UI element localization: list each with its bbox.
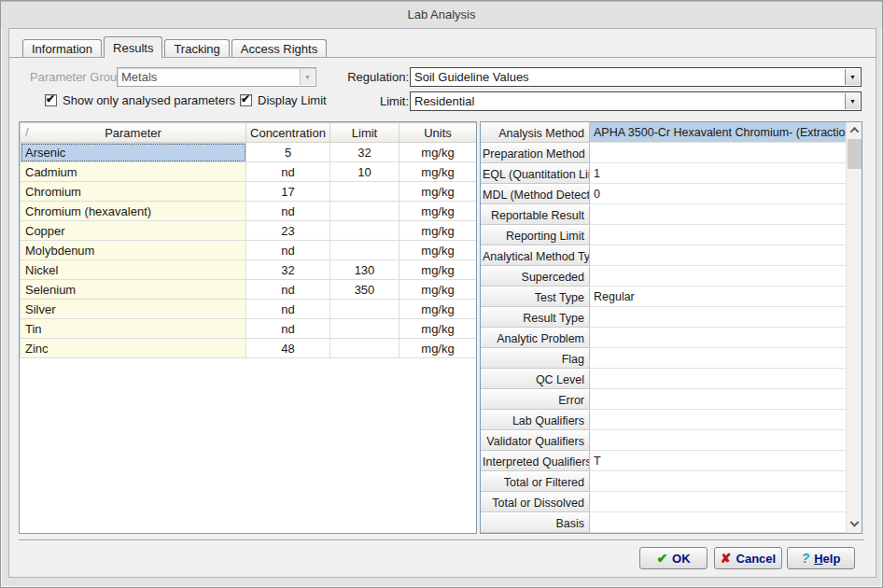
- parameter-cell[interactable]: Cadmium: [21, 162, 246, 182]
- scroll-down-icon[interactable]: [847, 517, 862, 533]
- parameter-cell[interactable]: Copper: [21, 221, 246, 241]
- units-cell[interactable]: mg/kg: [399, 202, 477, 221]
- units-cell[interactable]: mg/kg: [399, 143, 477, 162]
- checkbox-box[interactable]: ✔: [45, 94, 57, 106]
- table-row[interactable]: Zinc48mg/kg: [21, 339, 477, 358]
- property-value[interactable]: [590, 328, 846, 348]
- scroll-up-icon[interactable]: [847, 122, 862, 138]
- table-row[interactable]: Silverndmg/kg: [21, 300, 477, 319]
- concentration-cell[interactable]: nd: [246, 280, 330, 300]
- limit-cell[interactable]: [330, 339, 399, 358]
- vertical-scrollbar[interactable]: [846, 122, 862, 533]
- limit-cell[interactable]: 10: [330, 162, 399, 182]
- concentration-cell[interactable]: 23: [246, 221, 330, 241]
- table-row[interactable]: Chromium17mg/kg: [21, 182, 477, 202]
- table-row[interactable]: Copper23mg/kg: [21, 221, 477, 241]
- parameter-cell[interactable]: Selenium: [21, 280, 246, 300]
- chevron-down-icon[interactable]: ▼: [845, 69, 860, 85]
- concentration-cell[interactable]: 5: [246, 143, 330, 162]
- units-cell[interactable]: mg/kg: [399, 260, 477, 280]
- concentration-cell[interactable]: nd: [246, 162, 330, 182]
- limit-cell[interactable]: [330, 182, 399, 202]
- property-value[interactable]: 1: [590, 163, 846, 184]
- table-row[interactable]: Molybdenumndmg/kg: [21, 241, 477, 260]
- limit-cell[interactable]: [330, 202, 399, 221]
- tab-access-rights[interactable]: Access Rights: [231, 39, 327, 57]
- property-value[interactable]: [590, 389, 846, 410]
- property-value[interactable]: [590, 225, 846, 245]
- units-cell[interactable]: mg/kg: [399, 221, 477, 241]
- units-cell[interactable]: mg/kg: [399, 182, 477, 202]
- checkbox-display-limit[interactable]: ✔ Display Limit: [240, 93, 327, 107]
- parameter-cell[interactable]: Chromium (hexavalent): [21, 202, 246, 221]
- tab-information[interactable]: Information: [22, 39, 102, 57]
- limit-cell[interactable]: 32: [330, 143, 399, 162]
- table-row[interactable]: Cadmiumnd10mg/kg: [21, 162, 477, 182]
- concentration-cell[interactable]: nd: [246, 202, 330, 221]
- property-value[interactable]: T: [590, 451, 846, 471]
- table-row[interactable]: Nickel32130mg/kg: [21, 260, 477, 280]
- units-cell[interactable]: mg/kg: [399, 162, 477, 182]
- chevron-down-icon[interactable]: ▼: [845, 93, 860, 109]
- parameter-cell[interactable]: Silver: [21, 300, 246, 319]
- help-button[interactable]: ? Help: [787, 547, 855, 569]
- units-cell[interactable]: mg/kg: [399, 319, 477, 339]
- table-row[interactable]: Tinndmg/kg: [21, 319, 477, 339]
- property-value[interactable]: [590, 143, 846, 163]
- property-value[interactable]: [590, 410, 846, 430]
- parameter-cell[interactable]: Zinc: [21, 339, 246, 358]
- units-cell[interactable]: mg/kg: [399, 339, 477, 358]
- property-value[interactable]: Regular: [590, 287, 846, 307]
- parameter-cell[interactable]: Nickel: [21, 260, 246, 280]
- concentration-cell[interactable]: nd: [246, 300, 330, 319]
- limit-cell[interactable]: 350: [330, 280, 399, 300]
- property-value[interactable]: [590, 471, 846, 492]
- checkbox-box[interactable]: ✔: [240, 94, 252, 106]
- limit-cell[interactable]: [330, 221, 399, 241]
- ok-button-label: OK: [672, 552, 691, 566]
- property-value[interactable]: [590, 204, 846, 225]
- column-header-units[interactable]: Units: [399, 123, 477, 143]
- parameter-cell[interactable]: Tin: [21, 319, 246, 339]
- cancel-button[interactable]: ✘ Cancel: [714, 547, 782, 569]
- limit-cell[interactable]: 130: [330, 260, 399, 280]
- property-value[interactable]: [590, 512, 846, 533]
- limit-cell[interactable]: [330, 241, 399, 260]
- property-row: EQL (Quantitation Limit)1: [481, 163, 846, 184]
- units-cell[interactable]: mg/kg: [399, 280, 477, 300]
- units-cell[interactable]: mg/kg: [399, 300, 477, 319]
- limit-combobox[interactable]: Residential ▼: [410, 91, 862, 111]
- property-value[interactable]: [590, 430, 846, 451]
- column-header-limit[interactable]: Limit: [330, 123, 399, 143]
- ok-button[interactable]: ✔ OK: [639, 547, 708, 569]
- concentration-cell[interactable]: 48: [246, 339, 330, 358]
- table-row[interactable]: Arsenic532mg/kg: [21, 143, 477, 162]
- column-header-concentration[interactable]: Concentration: [246, 123, 330, 143]
- tab-results[interactable]: Results: [104, 36, 162, 58]
- column-header-parameter[interactable]: / Parameter: [21, 123, 246, 143]
- parameter-cell[interactable]: Arsenic: [21, 143, 246, 162]
- property-value[interactable]: [590, 369, 846, 389]
- concentration-cell[interactable]: nd: [246, 241, 330, 260]
- table-row[interactable]: Seleniumnd350mg/kg: [21, 280, 477, 300]
- tab-tracking[interactable]: Tracking: [164, 39, 229, 57]
- scrollbar-thumb[interactable]: [848, 139, 862, 169]
- units-cell[interactable]: mg/kg: [399, 241, 477, 260]
- concentration-cell[interactable]: nd: [246, 319, 330, 339]
- concentration-cell[interactable]: 32: [246, 260, 330, 280]
- property-value[interactable]: APHA 3500-Cr Hexavalent Chromium- (Extra…: [590, 122, 846, 143]
- checkbox-show-only[interactable]: ✔ Show only analysed parameters: [45, 93, 235, 107]
- table-row[interactable]: Chromium (hexavalent)ndmg/kg: [21, 202, 477, 221]
- property-value[interactable]: [590, 348, 846, 369]
- property-value[interactable]: 0: [590, 184, 846, 204]
- regulation-combobox[interactable]: Soil Guideline Values ▼: [410, 67, 862, 87]
- parameter-cell[interactable]: Molybdenum: [21, 241, 246, 260]
- parameter-cell[interactable]: Chromium: [21, 182, 246, 202]
- property-value[interactable]: [590, 266, 846, 287]
- limit-cell[interactable]: [330, 319, 399, 339]
- limit-cell[interactable]: [330, 300, 399, 319]
- property-value[interactable]: [590, 492, 846, 512]
- property-value[interactable]: [590, 307, 846, 328]
- concentration-cell[interactable]: 17: [246, 182, 330, 202]
- property-value[interactable]: [590, 245, 846, 266]
